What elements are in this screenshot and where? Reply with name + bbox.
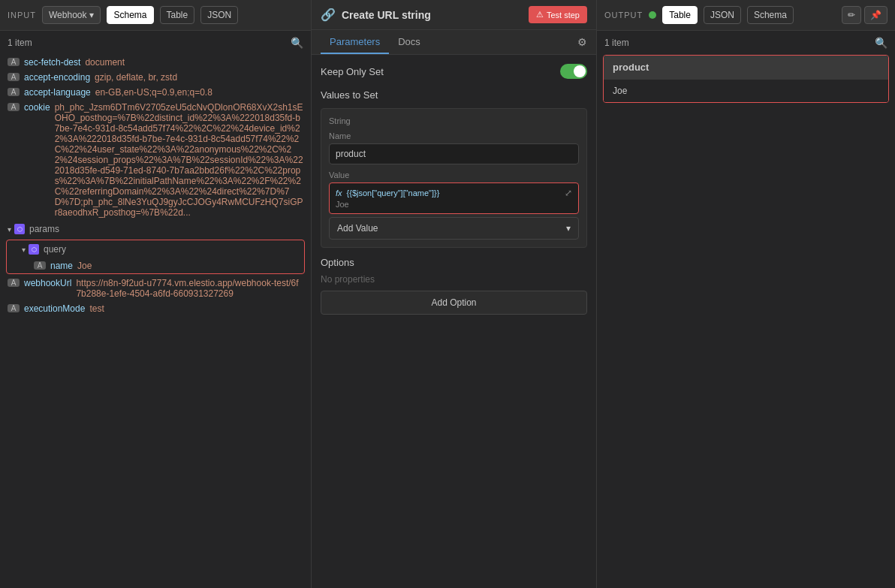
add-option-button[interactable]: Add Option — [321, 291, 587, 315]
input-label: INPUT — [8, 11, 36, 20]
table-row: A executionMode test — [3, 301, 308, 316]
left-subheader: 1 item 🔍 — [0, 31, 311, 55]
docs-tab[interactable]: Docs — [389, 30, 429, 54]
string-section: String Name Value fx {{$json["query"]["n… — [321, 108, 587, 248]
string-label: String — [329, 116, 579, 125]
webhook-dropdown[interactable]: Webhook ▾ — [42, 6, 101, 24]
table-row: A cookie ph_phc_Jzsm6DTm6V2705zeU5dcNvQD… — [3, 100, 308, 220]
no-properties-text: No properties — [321, 274, 587, 285]
keep-only-set-row: Keep Only Set — [321, 64, 587, 79]
output-table-value: Joe — [604, 79, 888, 102]
pin-button[interactable]: 📌 — [864, 6, 887, 24]
query-name-row: A name Joe — [7, 258, 304, 273]
table-row: A accept-encoding gzip, deflate, br, zst… — [3, 70, 308, 85]
chevron-down-icon: ▾ — [22, 246, 26, 254]
values-to-set-label: Values to Set — [321, 89, 587, 101]
right-item-count: 1 item — [604, 38, 629, 48]
output-table: product Joe — [603, 55, 889, 103]
expand-icon[interactable]: ⤢ — [565, 188, 572, 198]
middle-panel: 🔗 Create URL string ⚠ Test step Paramete… — [312, 0, 597, 588]
right-actions: ✏ 📌 — [842, 6, 887, 24]
success-indicator — [649, 11, 656, 19]
options-label: Options — [321, 257, 587, 268]
right-subheader: 1 item 🔍 — [597, 31, 895, 55]
chevron-down-icon: ▾ — [8, 225, 11, 234]
keep-only-set-label: Keep Only Set — [321, 66, 384, 77]
right-schema-tab[interactable]: Schema — [747, 6, 794, 24]
middle-tabs-bar: Parameters Docs ⚙ — [312, 30, 596, 55]
fx-badge: fx — [336, 188, 342, 198]
params-label: params — [29, 224, 59, 234]
table-row: A webhookUrl https://n8n-9f2ud-u7774.vm.… — [3, 276, 308, 301]
middle-title: Create URL string — [342, 9, 523, 21]
value-box: fx {{$json["query"]["name"]}} ⤢ Joe — [329, 182, 579, 214]
left-table-tab[interactable]: Table — [160, 6, 195, 24]
right-panel: OUTPUT Table JSON Schema ✏ 📌 1 item 🔍 pr… — [597, 0, 895, 588]
left-tree: A sec-fetch-dest document A accept-encod… — [0, 55, 311, 588]
value-field-label: Value — [329, 170, 579, 179]
options-section: Options No properties Add Option — [321, 257, 587, 315]
query-section[interactable]: ▾ ⬡ query — [7, 240, 304, 258]
right-json-tab[interactable]: JSON — [704, 6, 741, 24]
query-label: query — [44, 244, 66, 255]
left-panel-header: INPUT Webhook ▾ Schema Table JSON — [0, 0, 311, 31]
warning-icon: ⚠ — [536, 10, 544, 20]
value-expression[interactable]: {{$json["query"]["name"]}} — [347, 188, 560, 198]
left-schema-tab[interactable]: Schema — [107, 6, 153, 24]
chevron-down-icon: ▾ — [566, 223, 571, 234]
output-label: OUTPUT — [604, 11, 643, 20]
gear-button[interactable]: ⚙ — [577, 36, 587, 48]
parameters-tab[interactable]: Parameters — [321, 30, 389, 54]
middle-content: Keep Only Set Values to Set String Name … — [312, 55, 596, 588]
left-item-count: 1 item — [8, 38, 32, 48]
middle-header: 🔗 Create URL string ⚠ Test step — [312, 0, 596, 30]
name-input[interactable] — [329, 143, 579, 164]
add-value-button[interactable]: Add Value ▾ — [329, 217, 579, 240]
edit-button[interactable]: ✏ — [842, 6, 861, 24]
name-field-label: Name — [329, 131, 579, 140]
test-step-button[interactable]: ⚠ Test step — [529, 6, 587, 23]
params-section[interactable]: ▾ ⬡ params — [3, 220, 308, 238]
right-search-button[interactable]: 🔍 — [875, 37, 887, 49]
keep-only-set-toggle[interactable] — [560, 64, 587, 79]
output-table-header: product — [604, 56, 888, 79]
right-header: OUTPUT Table JSON Schema ✏ 📌 — [597, 0, 895, 31]
left-panel: INPUT Webhook ▾ Schema Table JSON 1 item… — [0, 0, 312, 588]
joe-preview: Joe — [336, 200, 572, 209]
table-row: A accept-language en-GB,en-US;q=0.9,en;q… — [3, 85, 308, 100]
query-section-highlighted: ▾ ⬡ query A name Joe — [6, 240, 305, 274]
table-row: A sec-fetch-dest document — [3, 55, 308, 70]
link-icon: 🔗 — [321, 8, 336, 22]
params-icon: ⬡ — [14, 224, 25, 234]
right-table-tab[interactable]: Table — [662, 6, 698, 24]
left-json-tab[interactable]: JSON — [200, 6, 238, 24]
left-search-button[interactable]: 🔍 — [291, 37, 303, 49]
query-icon: ⬡ — [29, 244, 39, 255]
